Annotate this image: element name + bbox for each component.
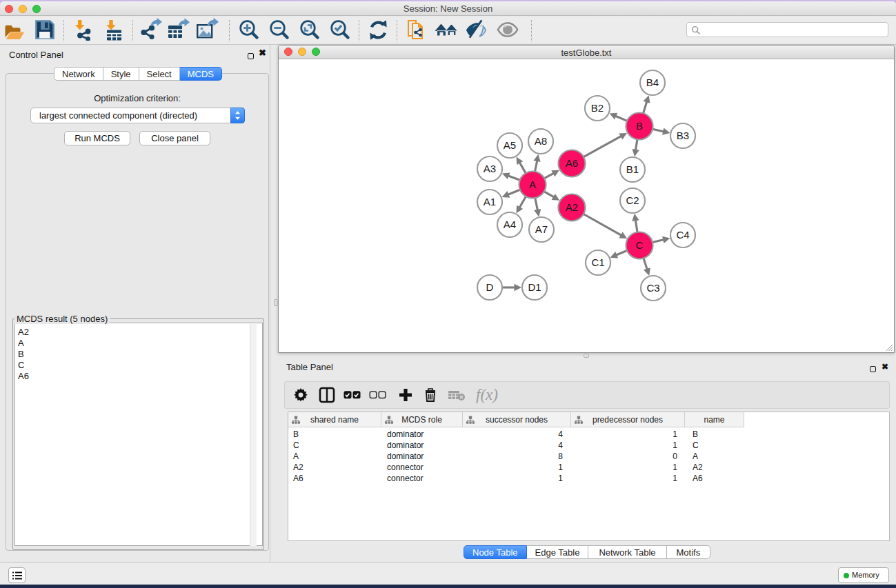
svg-text:C4: C4: [676, 229, 689, 241]
svg-text:B4: B4: [646, 77, 659, 88]
svg-text:A8: A8: [535, 135, 547, 147]
svg-text:A1: A1: [484, 196, 496, 207]
svg-text:B3: B3: [677, 130, 689, 141]
svg-text:D1: D1: [528, 281, 541, 293]
svg-text:C: C: [636, 239, 644, 251]
svg-text:A6: A6: [566, 157, 578, 169]
svg-text:C2: C2: [626, 194, 639, 206]
svg-text:D: D: [486, 281, 494, 293]
svg-text:A4: A4: [504, 219, 516, 230]
svg-text:C3: C3: [646, 282, 659, 294]
svg-text:B2: B2: [591, 102, 604, 114]
svg-text:A5: A5: [504, 139, 516, 151]
svg-text:A: A: [529, 179, 536, 190]
svg-text:B1: B1: [626, 163, 639, 175]
svg-text:B: B: [636, 120, 643, 132]
svg-text:C1: C1: [591, 256, 604, 268]
svg-text:A2: A2: [566, 201, 578, 213]
svg-text:A3: A3: [484, 163, 496, 174]
svg-text:A7: A7: [535, 223, 548, 235]
